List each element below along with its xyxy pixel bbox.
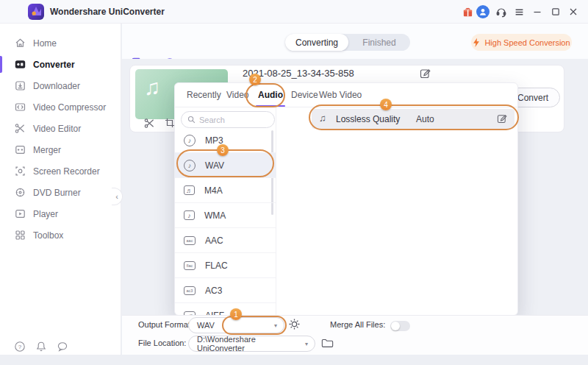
format-label: AAC	[205, 235, 223, 246]
output-format-label: Output Format:	[138, 320, 193, 329]
lightning-icon	[473, 38, 480, 48]
notifications-bell-icon[interactable]	[35, 340, 47, 352]
select-caret-icon: ▾	[305, 341, 308, 347]
sidebar-item-converter[interactable]: Converter	[0, 54, 121, 75]
format-item-aiff[interactable]: aiff AIFF	[175, 303, 276, 316]
sidebar-item-label: Screen Recorder	[33, 166, 100, 177]
feedback-chat-icon[interactable]	[56, 340, 68, 352]
mp3-format-icon: ♪	[184, 135, 196, 146]
step1-badge: 1	[230, 308, 242, 320]
toolbox-icon	[15, 230, 26, 241]
toggle-knob	[391, 322, 400, 330]
step2-badge: 2	[249, 74, 261, 85]
tab-device[interactable]: Device	[291, 90, 318, 100]
file-location-label: File Location:	[138, 339, 186, 347]
sidebar-item-video-editor[interactable]: Video Editor	[0, 118, 121, 139]
ac3-format-icon: ac3	[184, 286, 196, 295]
tab-web-video[interactable]: Web Video	[319, 90, 362, 100]
format-label: FLAC	[205, 261, 228, 271]
tab-audio[interactable]: Audio	[258, 90, 283, 100]
merge-all-files-label: Merge All Files:	[330, 320, 385, 329]
svg-text:?: ?	[18, 344, 21, 350]
menu-icon[interactable]	[512, 5, 526, 18]
support-headset-icon[interactable]	[495, 5, 508, 18]
video-editor-icon	[15, 123, 26, 134]
account-avatar[interactable]	[476, 5, 490, 18]
output-format-panel: Recently Video Audio Device Web Video ♫ …	[174, 82, 518, 316]
sidebar-item-label: Video Editor	[33, 124, 81, 134]
trim-scissors-icon[interactable]	[144, 118, 155, 129]
music-note-icon: ♫	[144, 75, 161, 100]
file-location-select[interactable]: D:\Wondershare UniConverter ▾	[188, 336, 315, 352]
select-caret-icon: ▾	[274, 322, 277, 329]
format-item-wma[interactable]: ♪ WMA	[175, 203, 276, 228]
open-folder-icon[interactable]	[321, 338, 334, 348]
screen-recorder-icon	[15, 166, 26, 177]
downloader-icon	[15, 80, 26, 91]
app-title: Wondershare UniConverter	[50, 0, 165, 24]
sidebar-item-label: Converter	[33, 60, 75, 70]
minimize-button[interactable]	[531, 5, 544, 18]
gift-icon[interactable]	[461, 5, 474, 18]
app-logo-icon	[28, 4, 44, 20]
sidebar-item-screen-recorder[interactable]: Screen Recorder	[0, 160, 121, 182]
sidebar: Home Converter Downloader Video Compress…	[0, 24, 121, 365]
crop-icon[interactable]	[165, 118, 175, 128]
format-item-ac3[interactable]: ac3 AC3	[175, 278, 276, 303]
sidebar-item-toolbox[interactable]: Toolbox	[0, 224, 121, 246]
format-label: WMA	[204, 210, 226, 221]
step3-badge: 3	[217, 144, 229, 156]
title-bar: Wondershare UniConverter	[0, 0, 588, 24]
quality-music-icon: ♫	[319, 113, 326, 124]
close-button[interactable]	[567, 5, 580, 18]
tab-finished[interactable]: Finished	[348, 34, 410, 51]
merge-toggle[interactable]	[390, 321, 410, 331]
aac-format-icon: aac	[184, 236, 196, 245]
quality-label: Lossless Quality	[336, 114, 400, 124]
sidebar-item-merger[interactable]: Merger	[0, 139, 121, 160]
rename-file-icon[interactable]	[420, 68, 431, 79]
player-icon	[15, 208, 26, 219]
format-item-aac[interactable]: aac AAC	[175, 228, 276, 253]
sidebar-item-label: Merger	[33, 145, 61, 155]
format-item-flac[interactable]: flac FLAC	[175, 253, 276, 278]
sidebar-item-home[interactable]: Home	[0, 32, 121, 54]
help-icon[interactable]: ?	[13, 340, 26, 352]
video-compressor-icon	[15, 102, 26, 113]
sidebar-item-label: Downloader	[33, 81, 80, 91]
converter-icon	[15, 59, 26, 70]
uniconverter-window: Wondershare UniConverter Home	[0, 0, 588, 365]
sidebar-item-video-compressor[interactable]: Video Compressor	[0, 96, 121, 118]
tab-converting[interactable]: Converting	[285, 34, 348, 51]
format-item-m4a[interactable]: ♬ M4A	[175, 178, 276, 203]
active-tab-underline	[256, 105, 285, 107]
convert-status-tabs: Converting Finished	[285, 34, 410, 51]
output-format-value: WAV	[197, 321, 215, 330]
format-category-tabs: Recently Video Audio Device Web Video	[175, 83, 517, 107]
quality-value: Auto	[416, 114, 434, 124]
file-location-value: D:\Wondershare UniConverter	[197, 335, 298, 352]
collapse-icon: ‹	[115, 192, 118, 201]
sidebar-item-downloader[interactable]: Downloader	[0, 75, 121, 96]
tab-video[interactable]: Video	[226, 90, 248, 100]
wav-format-icon: ♪	[184, 160, 196, 171]
tab-recently[interactable]: Recently	[187, 90, 221, 100]
format-item-wav[interactable]: ♪ WAV	[175, 153, 276, 178]
step4-badge: 4	[380, 99, 392, 110]
dvd-burner-icon	[15, 187, 26, 198]
high-speed-conversion-button[interactable]: High Speed Conversion	[471, 34, 572, 51]
quality-row[interactable]: ♫ Lossless Quality Auto	[312, 109, 514, 129]
conversion-settings-gear-icon[interactable]	[288, 318, 301, 330]
format-label: AC3	[205, 286, 222, 296]
m4a-format-icon: ♬	[184, 185, 195, 195]
format-label: WAV	[205, 160, 224, 171]
format-label: M4A	[204, 185, 223, 196]
sidebar-item-player[interactable]: Player	[0, 203, 121, 224]
merger-icon	[15, 144, 26, 155]
format-search-box[interactable]	[181, 111, 275, 128]
flac-format-icon: flac	[184, 261, 196, 270]
sidebar-item-dvd-burner[interactable]: DVD Burner	[0, 182, 121, 203]
quality-edit-icon[interactable]	[497, 113, 507, 124]
maximize-button[interactable]	[549, 5, 562, 18]
search-input[interactable]	[199, 116, 264, 124]
